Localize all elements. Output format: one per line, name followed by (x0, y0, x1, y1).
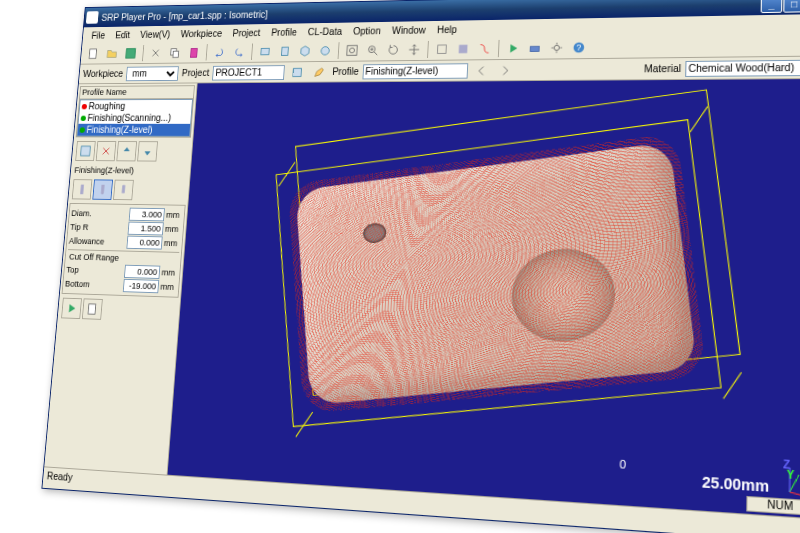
workpiece-unit-select[interactable]: mm (126, 66, 179, 81)
tool-type-row (70, 177, 188, 203)
tree-item-finishing-scan[interactable]: Finishing(Scanning...) (79, 112, 192, 124)
undo-icon[interactable] (210, 42, 229, 60)
zoom-fit-icon[interactable] (342, 40, 362, 59)
open-file-icon[interactable] (103, 44, 122, 62)
svg-point-7 (321, 46, 330, 54)
export-icon[interactable] (82, 298, 103, 319)
svg-rect-3 (173, 51, 179, 57)
zoom-in-icon[interactable] (363, 40, 383, 59)
view-side-icon[interactable] (275, 41, 294, 60)
output-icon[interactable] (524, 38, 545, 58)
app-icon (86, 11, 99, 24)
svg-rect-18 (81, 146, 91, 156)
svg-rect-17 (293, 68, 302, 76)
copy-icon[interactable] (165, 43, 184, 61)
app-window: SRP Player Pro - [mp_car1.spp : Isometri… (41, 0, 800, 533)
top-field[interactable] (124, 265, 160, 279)
menu-workpiece[interactable]: Workpiece (175, 28, 228, 39)
menu-file[interactable]: File (86, 30, 111, 40)
top-label: Top (66, 265, 123, 276)
svg-text:?: ? (576, 43, 582, 52)
ball-endmill-icon[interactable] (92, 179, 113, 200)
down-profile-icon[interactable] (137, 141, 158, 161)
material-field[interactable] (685, 59, 800, 76)
view-top-icon[interactable] (315, 41, 335, 60)
scale-label: 25.00mm (702, 473, 769, 495)
svg-rect-11 (437, 45, 446, 53)
model-view (295, 142, 697, 405)
menu-project[interactable]: Project (227, 27, 266, 38)
profile-action-row (73, 139, 190, 164)
new-file-icon[interactable] (84, 44, 102, 62)
settings-icon[interactable] (546, 37, 567, 57)
profile-next-icon[interactable] (494, 60, 515, 79)
tipr-field[interactable] (128, 222, 164, 236)
project-edit-icon[interactable] (310, 62, 330, 81)
diam-field[interactable] (129, 208, 165, 222)
calculate-icon[interactable] (61, 298, 82, 319)
svg-point-9 (349, 47, 354, 52)
svg-rect-23 (88, 304, 96, 314)
maximize-button[interactable]: □ (783, 0, 800, 13)
menu-help[interactable]: Help (431, 24, 463, 35)
svg-rect-1 (126, 48, 136, 58)
simulate-icon[interactable] (503, 38, 524, 57)
svg-line-24 (790, 492, 800, 498)
add-profile-icon[interactable] (75, 141, 96, 161)
profile-tree[interactable]: Roughing Finishing(Scanning...) Finishin… (77, 99, 193, 137)
output-row (59, 296, 178, 325)
project-add-icon[interactable] (288, 63, 308, 82)
allowance-field[interactable] (126, 236, 162, 250)
svg-rect-4 (191, 48, 198, 57)
menu-option[interactable]: Option (347, 25, 386, 36)
flat-endmill-icon[interactable] (72, 179, 93, 199)
allowance-label: Allowance (68, 236, 125, 247)
view-iso-icon[interactable] (295, 41, 315, 60)
project-field[interactable] (212, 65, 285, 80)
diam-label: Diam. (71, 209, 128, 219)
up-profile-icon[interactable] (116, 141, 137, 161)
profile-prev-icon[interactable] (471, 61, 491, 80)
svg-rect-20 (101, 185, 105, 192)
cut-icon[interactable] (146, 43, 165, 61)
svg-rect-5 (261, 48, 269, 55)
status-text: Ready (46, 470, 72, 482)
svg-rect-6 (282, 47, 289, 55)
profile-tree-panel: Profile Name Roughing Finishing(Scanning… (76, 85, 195, 137)
radius-endmill-icon[interactable] (113, 180, 134, 201)
axis-z-label: Z (783, 458, 790, 471)
delete-profile-icon[interactable] (96, 141, 117, 161)
current-profile-label: Finishing(Z-level) (72, 165, 188, 177)
shaded-icon[interactable] (453, 39, 473, 58)
scale-zero: 0 (619, 458, 626, 471)
pan-icon[interactable] (404, 40, 424, 59)
profile-field[interactable] (362, 63, 468, 79)
minimize-button[interactable]: _ (761, 0, 783, 13)
view-front-icon[interactable] (255, 42, 274, 61)
toolpath-icon[interactable] (474, 39, 494, 58)
svg-point-14 (554, 45, 559, 50)
3d-viewport[interactable]: 0 25.00mm X Y Z NUM (168, 79, 800, 519)
save-icon[interactable] (121, 44, 140, 62)
menu-cldata[interactable]: CL-Data (302, 26, 348, 37)
menu-edit[interactable]: Edit (110, 30, 136, 40)
tree-item-roughing[interactable]: Roughing (80, 100, 192, 112)
menu-profile[interactable]: Profile (265, 27, 302, 38)
bottom-field[interactable] (123, 279, 159, 293)
svg-rect-13 (530, 46, 539, 51)
rotate-icon[interactable] (383, 40, 403, 59)
toolpath-overlay (287, 133, 706, 414)
svg-rect-0 (89, 49, 96, 58)
wireframe-icon[interactable] (432, 39, 452, 58)
num-indicator: NUM (746, 496, 800, 516)
tree-item-finishing-zlevel[interactable]: Finishing(Z-level) (78, 124, 191, 136)
redo-icon[interactable] (229, 42, 248, 61)
menu-window[interactable]: Window (386, 24, 432, 35)
material-label: Material (644, 63, 681, 74)
profile-label: Profile (332, 66, 359, 77)
help-icon[interactable]: ? (568, 37, 589, 57)
paste-icon[interactable] (184, 43, 203, 61)
project-label: Project (181, 68, 209, 78)
workpiece-label: Workpiece (83, 69, 124, 79)
menu-view[interactable]: View(V) (135, 29, 176, 40)
